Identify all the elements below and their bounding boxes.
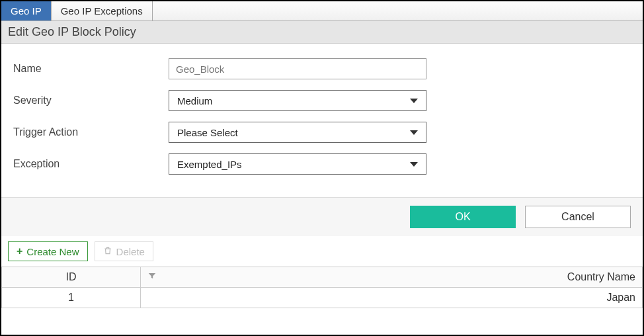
button-row: OK Cancel	[1, 197, 643, 236]
table-header-row: ID Country Name	[2, 267, 643, 288]
country-table: ID Country Name 1 Japan	[1, 267, 643, 308]
label-exception: Exception	[13, 158, 169, 170]
col-country-text: Country Name	[567, 271, 635, 283]
filter-icon[interactable]	[147, 271, 157, 283]
cell-country: Japan	[141, 288, 643, 308]
label-trigger: Trigger Action	[13, 126, 169, 138]
chevron-down-icon	[410, 130, 418, 135]
ok-button-label: OK	[455, 211, 470, 223]
tab-label: Geo IP	[11, 5, 42, 17]
col-id-text: ID	[66, 271, 77, 282]
chevron-down-icon	[410, 162, 418, 167]
cell-id: 1	[2, 288, 141, 308]
severity-select[interactable]: Medium	[169, 90, 426, 111]
cancel-button[interactable]: Cancel	[525, 206, 631, 228]
action-bar: + Create New Delete	[1, 236, 643, 267]
delete-label: Delete	[116, 246, 145, 257]
trigger-value: Please Select	[177, 127, 238, 138]
delete-button[interactable]: Delete	[95, 241, 153, 261]
col-id-header[interactable]: ID	[2, 267, 141, 288]
severity-value: Medium	[177, 95, 212, 106]
create-new-label: Create New	[26, 246, 79, 257]
cancel-button-label: Cancel	[561, 211, 594, 223]
table-body: 1 Japan	[2, 288, 643, 308]
name-field[interactable]	[169, 58, 426, 79]
tab-bar: Geo IP Geo IP Exceptions	[1, 1, 643, 21]
page-title-text: Edit Geo IP Block Policy	[8, 25, 136, 38]
row-trigger: Trigger Action Please Select	[13, 122, 631, 143]
page-title: Edit Geo IP Block Policy	[1, 21, 643, 44]
chevron-down-icon	[410, 99, 418, 103]
label-severity: Severity	[13, 95, 169, 106]
table-row[interactable]: 1 Japan	[2, 288, 643, 308]
exception-value: Exempted_IPs	[177, 159, 242, 170]
trash-icon	[103, 246, 112, 257]
tab-geo-ip-exceptions[interactable]: Geo IP Exceptions	[52, 1, 153, 21]
label-name: Name	[13, 63, 169, 75]
exception-select[interactable]: Exempted_IPs	[169, 153, 426, 175]
col-country-header[interactable]: Country Name	[141, 267, 643, 288]
trigger-select[interactable]: Please Select	[169, 122, 426, 143]
row-severity: Severity Medium	[13, 90, 631, 111]
form-area: Name Severity Medium Trigger Action Plea…	[1, 44, 643, 197]
ok-button[interactable]: OK	[410, 206, 516, 228]
row-exception: Exception Exempted_IPs	[13, 153, 631, 175]
tab-geo-ip[interactable]: Geo IP	[1, 1, 52, 21]
row-name: Name	[13, 58, 631, 79]
plus-icon: +	[17, 245, 22, 257]
create-new-button[interactable]: + Create New	[8, 241, 88, 261]
tab-label: Geo IP Exceptions	[61, 5, 143, 17]
